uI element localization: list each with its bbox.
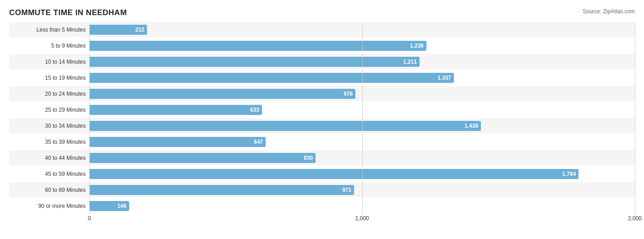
bar-label: 25 to 29 Minutes xyxy=(9,107,89,113)
bar-row: 60 to 89 Minutes971 xyxy=(9,182,635,197)
bar-fill: 1,794 xyxy=(89,169,579,179)
bar-value-label: 976 xyxy=(344,91,353,97)
bar-value-label: 1,436 xyxy=(464,123,478,129)
bar-value-label: 647 xyxy=(254,139,263,145)
bar-label: 40 to 44 Minutes xyxy=(9,155,89,161)
chart-source: Source: ZipAtlas.com xyxy=(583,8,635,15)
bars-area: Less than 5 Minutes2125 to 9 Minutes1,23… xyxy=(9,22,635,213)
bar-row: Less than 5 Minutes212 xyxy=(9,22,635,37)
bar-row: 5 to 9 Minutes1,236 xyxy=(9,38,635,53)
x-tick-label: 0 xyxy=(88,215,91,222)
bar-label: 30 to 34 Minutes xyxy=(9,123,89,129)
x-tick-label: 2,000 xyxy=(628,215,642,222)
bar-label: 15 to 19 Minutes xyxy=(9,75,89,81)
bar-fill: 971 xyxy=(89,185,354,195)
chart-header: COMMUTE TIME IN NEEDHAM Source: ZipAtlas… xyxy=(9,8,635,17)
bar-label: 35 to 39 Minutes xyxy=(9,139,89,145)
bar-row: 25 to 29 Minutes633 xyxy=(9,102,635,117)
bar-label: 45 to 59 Minutes xyxy=(9,171,89,177)
bar-label: 90 or more Minutes xyxy=(9,203,89,209)
bar-value-label: 1,337 xyxy=(437,75,451,81)
x-tick-label: 1,000 xyxy=(355,215,369,222)
x-axis-labels: 01,0002,000 xyxy=(89,215,635,224)
bar-row: 10 to 14 Minutes1,211 xyxy=(9,54,635,69)
bar-row: 30 to 34 Minutes1,436 xyxy=(9,118,635,133)
x-axis: 01,0002,000 xyxy=(9,215,635,224)
bar-value-label: 1,794 xyxy=(562,171,576,177)
bar-value-label: 146 xyxy=(117,203,126,209)
bar-row: 40 to 44 Minutes830 xyxy=(9,150,635,165)
bar-label: 60 to 89 Minutes xyxy=(9,187,89,193)
x-gridline xyxy=(635,23,635,215)
bar-fill: 1,211 xyxy=(89,57,420,67)
bar-fill: 212 xyxy=(89,25,147,35)
bar-row: 20 to 24 Minutes976 xyxy=(9,86,635,101)
bar-value-label: 633 xyxy=(250,107,259,113)
bar-fill: 1,337 xyxy=(89,73,454,83)
bar-fill: 976 xyxy=(89,89,355,99)
bar-value-label: 1,211 xyxy=(403,59,417,65)
bar-fill: 647 xyxy=(89,137,266,147)
bar-fill: 146 xyxy=(89,201,129,211)
bar-value-label: 212 xyxy=(135,27,144,33)
bar-label: 10 to 14 Minutes xyxy=(9,59,89,65)
bar-row: 15 to 19 Minutes1,337 xyxy=(9,70,635,85)
bar-fill: 1,436 xyxy=(89,121,481,131)
bar-fill: 633 xyxy=(89,105,262,115)
bar-label: 20 to 24 Minutes xyxy=(9,91,89,97)
bar-label: 5 to 9 Minutes xyxy=(9,43,89,49)
bar-label: Less than 5 Minutes xyxy=(9,27,89,33)
bar-value-label: 971 xyxy=(342,187,351,193)
bar-value-label: 830 xyxy=(304,155,313,161)
bar-fill: 1,236 xyxy=(89,41,426,51)
bar-value-label: 1,236 xyxy=(410,43,424,49)
bar-row: 35 to 39 Minutes647 xyxy=(9,134,635,149)
x-gridline xyxy=(362,23,363,215)
bar-row: 90 or more Minutes146 xyxy=(9,198,635,213)
chart-container: COMMUTE TIME IN NEEDHAM Source: ZipAtlas… xyxy=(0,0,644,239)
bar-fill: 830 xyxy=(89,153,316,163)
x-gridline xyxy=(89,23,90,215)
chart-title: COMMUTE TIME IN NEEDHAM xyxy=(9,8,127,17)
bar-row: 45 to 59 Minutes1,794 xyxy=(9,166,635,181)
